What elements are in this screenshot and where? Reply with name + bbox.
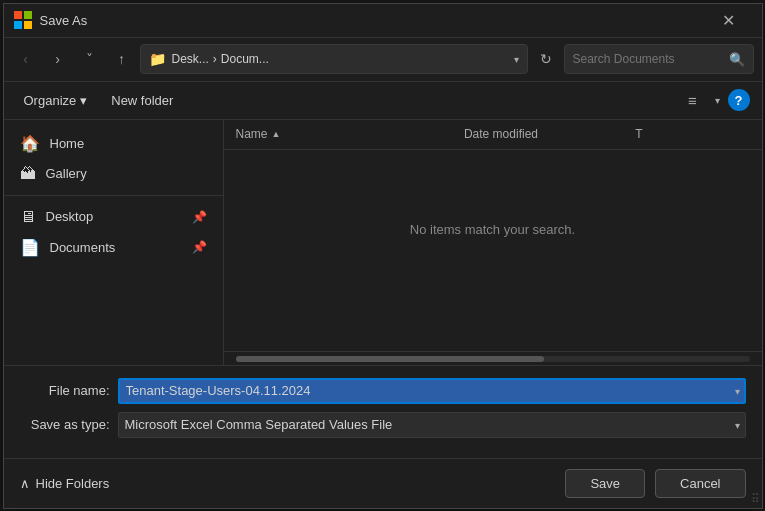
sidebar-item-desktop-label: Desktop — [46, 209, 94, 224]
svg-rect-3 — [24, 21, 32, 29]
svg-rect-2 — [14, 21, 22, 29]
forward-button[interactable]: › — [44, 45, 72, 73]
address-dropdown-arrow[interactable]: ▾ — [514, 54, 519, 65]
file-name-input[interactable] — [118, 378, 746, 404]
close-button[interactable]: ✕ — [706, 3, 752, 37]
refresh-button[interactable]: ↻ — [532, 45, 560, 73]
empty-message: No items match your search. — [224, 150, 762, 310]
help-button[interactable]: ? — [728, 89, 750, 111]
save-type-select[interactable]: Microsoft Excel Comma Separated Values F… — [118, 412, 746, 438]
up-button[interactable]: ↑ — [108, 45, 136, 73]
svg-rect-1 — [24, 11, 32, 19]
save-type-label: Save as type: — [20, 417, 110, 432]
sort-icon: ▲ — [272, 129, 281, 139]
navigation-bar: ‹ › ˅ ↑ 📁 Desk... › Docum... ▾ ↻ 🔍 — [4, 38, 762, 82]
sidebar-divider — [4, 195, 223, 196]
column-header-name: Name ▲ — [236, 127, 464, 141]
column-header-date: Date modified — [464, 127, 635, 141]
search-input[interactable] — [573, 52, 723, 66]
new-folder-button[interactable]: New folder — [103, 89, 181, 112]
new-folder-label: New folder — [111, 93, 173, 108]
file-list-header: Name ▲ Date modified T — [224, 120, 762, 150]
back-button[interactable]: ‹ — [12, 45, 40, 73]
path-segment-2: Docum... — [221, 52, 269, 66]
resize-grip[interactable]: ⠿ — [751, 492, 760, 506]
scrollbar-thumb[interactable] — [236, 356, 544, 362]
hide-folders-button[interactable]: ∧ Hide Folders — [20, 476, 110, 491]
documents-pin-icon: 📌 — [192, 240, 207, 254]
desktop-icon: 🖥 — [20, 208, 36, 226]
organize-chevron: ▾ — [80, 93, 87, 108]
content-area: 🏠 Home 🏔 Gallery 🖥 Desktop 📌 📄 Documents… — [4, 120, 762, 365]
view-chevron[interactable]: ▾ — [715, 95, 720, 106]
sidebar-item-gallery[interactable]: 🏔 Gallery — [4, 159, 223, 189]
column-header-type: T — [635, 127, 749, 141]
file-name-row: File name: ▾ — [20, 378, 746, 404]
svg-rect-0 — [14, 11, 22, 19]
footer: ∧ Hide Folders Save Cancel ⠿ — [4, 458, 762, 508]
hide-folders-label: Hide Folders — [36, 476, 110, 491]
save-type-wrapper: Microsoft Excel Comma Separated Values F… — [118, 412, 746, 438]
documents-icon: 📄 — [20, 238, 40, 257]
horizontal-scrollbar[interactable] — [224, 351, 762, 365]
folder-icon: 📁 — [149, 51, 166, 67]
search-bar[interactable]: 🔍 — [564, 44, 754, 74]
path-separator-1: › — [213, 52, 217, 66]
app-icon — [14, 11, 32, 29]
desktop-pin-icon: 📌 — [192, 210, 207, 224]
organize-button[interactable]: Organize ▾ — [16, 89, 96, 112]
organize-label: Organize — [24, 93, 77, 108]
sidebar-item-home-label: Home — [50, 136, 85, 151]
recent-locations-button[interactable]: ˅ — [76, 45, 104, 73]
search-icon: 🔍 — [729, 52, 745, 67]
path-segment-1: Desk... — [172, 52, 209, 66]
sidebar-item-gallery-label: Gallery — [46, 166, 87, 181]
file-name-label: File name: — [20, 383, 110, 398]
hide-folders-chevron: ∧ — [20, 476, 30, 491]
view-button[interactable]: ≡ — [679, 86, 707, 114]
save-type-row: Save as type: Microsoft Excel Comma Sepa… — [20, 412, 746, 438]
dialog-title: Save As — [40, 13, 706, 28]
scrollbar-track — [236, 356, 750, 362]
file-name-wrapper: ▾ — [118, 378, 746, 404]
gallery-icon: 🏔 — [20, 165, 36, 183]
home-icon: 🏠 — [20, 134, 40, 153]
address-path: Desk... › Docum... — [172, 52, 508, 66]
sidebar: 🏠 Home 🏔 Gallery 🖥 Desktop 📌 📄 Documents… — [4, 120, 224, 365]
sidebar-item-documents-label: Documents — [50, 240, 116, 255]
file-list: Name ▲ Date modified T No items match yo… — [224, 120, 762, 351]
cancel-button[interactable]: Cancel — [655, 469, 745, 498]
sidebar-item-home[interactable]: 🏠 Home — [4, 128, 223, 159]
save-button[interactable]: Save — [565, 469, 645, 498]
sidebar-item-desktop[interactable]: 🖥 Desktop 📌 — [4, 202, 223, 232]
address-bar[interactable]: 📁 Desk... › Docum... ▾ — [140, 44, 528, 74]
toolbar: Organize ▾ New folder ≡ ▾ ? — [4, 82, 762, 120]
title-bar: Save As ✕ — [4, 4, 762, 38]
sidebar-item-documents[interactable]: 📄 Documents 📌 — [4, 232, 223, 263]
bottom-form: File name: ▾ Save as type: Microsoft Exc… — [4, 365, 762, 458]
